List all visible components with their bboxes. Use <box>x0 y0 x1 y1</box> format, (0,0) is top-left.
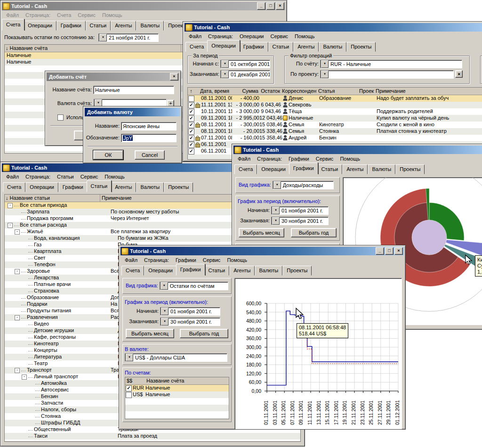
menu-item[interactable]: Операции <box>236 33 267 40</box>
tab[interactable]: Счета <box>121 266 144 276</box>
column-header[interactable]: Остаток <box>258 88 280 95</box>
tab[interactable]: Проекты <box>164 182 193 192</box>
tab[interactable]: Валюты <box>136 182 164 192</box>
checkbox[interactable] <box>188 96 194 102</box>
menu-item[interactable]: Страница: <box>22 11 54 19</box>
checkbox[interactable]: ✓ <box>188 102 194 108</box>
dropdown-arrow-icon[interactable]: ▼ <box>221 71 229 78</box>
operation-row[interactable]: ✓ 10.11.2001 11:45 - 3 000,00 9 043,46 Т… <box>188 108 482 115</box>
dropdown-arrow-icon[interactable]: ▼ <box>321 71 329 78</box>
checkbox[interactable]: ✓ <box>188 142 194 148</box>
tab[interactable]: Статьи <box>268 42 294 52</box>
select-month-button[interactable]: Выбрать месяц <box>126 329 174 338</box>
menu-item[interactable]: Помощь <box>337 155 363 163</box>
menu-item[interactable]: Графики <box>172 256 200 264</box>
tab[interactable]: Валюты <box>136 21 164 31</box>
account-filter-combobox[interactable]: ▼RUR - Наличные <box>320 60 462 68</box>
expand-icon[interactable]: - <box>15 269 20 274</box>
column-header[interactable]: Примечание <box>374 88 482 95</box>
select-year-button[interactable]: Выбрать год <box>180 329 228 338</box>
column-header-note[interactable]: Примечание <box>100 195 246 202</box>
close-button[interactable]: × <box>276 2 284 10</box>
column-header-currency[interactable]: $$ <box>125 377 146 384</box>
tab[interactable]: Агенты <box>111 182 136 192</box>
menu-item[interactable]: Сервис <box>74 11 99 19</box>
maximize-button[interactable]: □ <box>385 247 394 255</box>
menu-item[interactable]: Помощь <box>101 173 128 180</box>
tab[interactable]: Операции <box>25 182 58 192</box>
column-header[interactable]: Статья <box>317 88 359 95</box>
dropdown-arrow-icon[interactable]: ▼ <box>273 181 281 189</box>
checkbox[interactable]: ✓ <box>188 109 194 115</box>
expand-icon[interactable]: - <box>15 315 20 320</box>
menu-item[interactable]: Файл <box>3 11 22 19</box>
operation-row[interactable]: ✓ 08.11.2001 18:49 - 300,00 15 038,46 Се… <box>188 122 482 128</box>
tab[interactable]: Операции <box>257 164 289 174</box>
column-header-name[interactable]: Название счёта <box>10 45 48 51</box>
tab[interactable]: Операции <box>24 21 56 31</box>
titlebar[interactable]: Tutorial - Cash <box>233 146 482 154</box>
maximize-button[interactable]: □ <box>266 2 275 10</box>
tab[interactable]: Счета <box>234 164 257 174</box>
menu-item[interactable]: Помощь <box>291 33 318 40</box>
dropdown-arrow-icon[interactable]: ▼ <box>126 354 133 361</box>
menu-item[interactable]: Страница: <box>254 155 285 163</box>
from-date-combobox[interactable]: ▼01 октября 2001 г. <box>220 60 270 68</box>
close-button[interactable]: × <box>394 247 403 255</box>
titlebar[interactable]: Tutorial - Cash _ □ × <box>120 247 404 255</box>
cancel-button[interactable]: Cancel <box>135 150 165 160</box>
tab[interactable]: Агенты <box>342 164 368 174</box>
tab[interactable]: Проекты <box>282 266 312 276</box>
tab[interactable]: Операции <box>207 40 240 52</box>
tab[interactable]: Валюты <box>255 266 282 276</box>
currency-code-input[interactable]: JpY <box>121 134 177 142</box>
menu-item[interactable]: Сервис <box>267 33 291 40</box>
menu-item[interactable]: Сервис <box>313 155 337 163</box>
to-date-combobox[interactable]: ▼01 декабря 2001 г. <box>220 70 270 79</box>
checkbox[interactable]: ✓ <box>188 148 194 155</box>
titlebar[interactable]: Tutorial - Cash _ □ × <box>2 2 285 10</box>
menu-item[interactable]: Страница: <box>141 256 172 264</box>
sort-icon[interactable]: ↓ <box>6 195 8 201</box>
menu-item[interactable]: Файл <box>234 155 254 163</box>
titlebar[interactable]: Добавить счёт × <box>47 73 179 81</box>
tab[interactable]: Валюты <box>368 164 395 174</box>
checkbox[interactable] <box>126 392 132 398</box>
menu-item[interactable]: Страница: <box>22 173 54 180</box>
tab[interactable]: Графики <box>289 163 318 174</box>
menu-item[interactable]: Статьи <box>54 173 77 180</box>
checkbox[interactable]: ✓ <box>188 122 194 128</box>
select-month-button[interactable]: Выбрать месяц <box>239 228 284 237</box>
tab[interactable]: Агенты <box>229 266 255 276</box>
clear-filter-button[interactable]: × <box>455 70 463 78</box>
operation-row[interactable]: ✓ 07.11.2001 08:42 - 160,00 15 358,46 Ан… <box>188 135 482 141</box>
account-name-input[interactable]: Наличные <box>93 86 174 94</box>
to-date-combobox[interactable]: ▼30 ноября 2001 г. <box>160 318 220 326</box>
operation-row[interactable]: ✓ 11.11.2001 13:20 - 3 000,00 6 043,46 С… <box>188 102 482 108</box>
menu-item[interactable]: Файл <box>121 256 141 264</box>
column-header[interactable]: Дата, время <box>200 88 231 95</box>
account-filter-row[interactable]: ✓ RUR Наличные <box>125 385 229 391</box>
sort-icon[interactable]: ↓ <box>6 45 8 51</box>
tab[interactable]: Статьи <box>87 180 112 192</box>
menu-item[interactable]: Сервис <box>200 256 224 264</box>
operations-table-header[interactable]: ↑ Дата, время Сумма Остаток Корреспонден… <box>188 88 482 95</box>
dropdown-arrow-icon[interactable]: ▼ <box>321 60 329 68</box>
titlebar[interactable]: Добавить валюту <box>85 108 180 116</box>
tab[interactable]: Проекты <box>346 42 376 52</box>
to-date-combobox[interactable]: ▼30 ноября 2001 г. <box>271 217 329 225</box>
expand-icon[interactable]: - <box>8 223 13 228</box>
tab[interactable]: Графики <box>56 21 86 31</box>
dropdown-arrow-icon[interactable]: ▼ <box>221 60 229 68</box>
expand-icon[interactable]: - <box>22 375 27 380</box>
tab[interactable]: Валюты <box>319 42 346 52</box>
minimize-button[interactable]: _ <box>257 2 265 10</box>
accounts-filter-header[interactable]: $$ Название счёта <box>125 377 229 385</box>
column-header-name[interactable]: Название статьи <box>10 195 50 201</box>
chart-type-combobox[interactable]: ▼Остатки по счётам <box>160 282 228 290</box>
menu-item[interactable]: Помощь <box>99 11 126 19</box>
tab[interactable]: Проекты <box>395 164 425 174</box>
chart-type-combobox[interactable]: ▼Доходы/расходы <box>273 181 334 189</box>
column-header-name[interactable]: Название счёта <box>146 377 229 384</box>
dropdown-arrow-icon[interactable]: ▼ <box>161 282 168 290</box>
